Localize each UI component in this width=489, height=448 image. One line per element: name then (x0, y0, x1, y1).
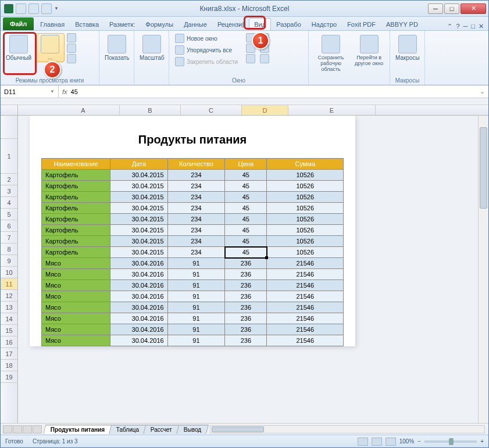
cell-name[interactable]: Картофель (42, 236, 110, 247)
cell-qty[interactable]: 91 (167, 269, 225, 280)
qat-undo-button[interactable] (28, 3, 39, 14)
row-header-16[interactable]: 16 (1, 336, 17, 348)
row-header-19[interactable]: 19 (1, 371, 17, 383)
zoom-slider-thumb[interactable] (449, 438, 454, 445)
arrange-all-button[interactable]: Упорядочить все (173, 45, 240, 55)
freeze-panes-button[interactable]: Закрепить области (173, 56, 240, 67)
qat-dropdown-icon[interactable]: ▼ (54, 6, 59, 11)
save-workspace-button[interactable]: Сохранить рабочую область (312, 33, 349, 74)
cell-qty[interactable]: 91 (167, 291, 225, 302)
cell-date[interactable]: 30.04.2016 (110, 280, 168, 291)
row-header-18[interactable]: 18 (1, 360, 17, 371)
tab-review[interactable]: Рецензи| (212, 18, 249, 30)
table-row[interactable]: Мясо30.04.20169123621546 (42, 302, 344, 313)
new-window-button[interactable]: Новое окно (173, 33, 240, 44)
row-header-9[interactable]: 9 (1, 255, 17, 267)
row-header-5[interactable]: 5 (1, 209, 17, 220)
cell-name[interactable]: Мясо (42, 313, 110, 324)
cell-price[interactable]: 45 (225, 236, 267, 247)
cell-sum[interactable]: 10526 (267, 203, 344, 214)
cell-price[interactable]: 236 (225, 291, 267, 302)
zoom-in-button[interactable]: + (480, 438, 484, 445)
row-header-11[interactable]: 11 (1, 278, 17, 290)
show-button[interactable]: Показать (103, 33, 131, 63)
zoom-button[interactable]: Масштаб (138, 33, 166, 63)
cell-qty[interactable]: 234 (167, 247, 225, 258)
name-box-dropdown-icon[interactable]: ▼ (50, 89, 55, 94)
cell-sum[interactable]: 21546 (267, 313, 344, 324)
cell-name[interactable]: Мясо (42, 269, 110, 280)
ribbon-minimize-icon[interactable]: ⌃ (447, 23, 452, 30)
minimize-button[interactable]: ─ (428, 3, 443, 14)
normal-view-button[interactable]: Обычный (4, 33, 33, 63)
cell-qty[interactable]: 234 (167, 225, 225, 236)
fullscreen-icon[interactable] (67, 54, 76, 63)
th-price[interactable]: Цена (225, 159, 267, 170)
cell-name[interactable]: Мясо (42, 291, 110, 302)
cell-qty[interactable]: 91 (167, 324, 225, 335)
cell-name[interactable]: Картофель (42, 225, 110, 236)
tab-nav-last[interactable] (33, 425, 42, 433)
cell-sum[interactable]: 21546 (267, 280, 344, 291)
row-header-13[interactable]: 13 (1, 302, 17, 313)
cell-sum[interactable]: 21546 (267, 302, 344, 313)
maximize-button[interactable]: □ (444, 3, 459, 14)
cell-qty[interactable]: 91 (167, 335, 225, 346)
row-header-1[interactable]: 1 (1, 139, 17, 174)
cell-price[interactable]: 236 (225, 269, 267, 280)
cell-name[interactable]: Картофель (42, 181, 110, 192)
table-row[interactable]: Картофель30.04.20152344510526 (42, 247, 344, 258)
view-pagelayout-button[interactable] (372, 438, 382, 446)
cell-qty[interactable]: 234 (167, 214, 225, 225)
row-header-12[interactable]: 12 (1, 290, 17, 302)
cell-name[interactable]: Картофель (42, 203, 110, 214)
row-header-4[interactable]: 4 (1, 197, 17, 209)
sheet-tab-1[interactable]: Продукты питания (43, 425, 112, 434)
th-date[interactable]: Дата (110, 159, 168, 170)
cell-price[interactable]: 236 (225, 280, 267, 291)
cell-sum[interactable]: 10526 (267, 247, 344, 258)
cell-sum[interactable]: 21546 (267, 324, 344, 335)
cell-date[interactable]: 30.04.2016 (110, 324, 168, 335)
row-header-15[interactable]: 15 (1, 325, 17, 336)
cell-date[interactable]: 30.04.2015 (110, 225, 168, 236)
tab-developer[interactable]: Разрабо (271, 18, 306, 30)
cell-name[interactable]: Картофель (42, 170, 110, 181)
cell-price[interactable]: 236 (225, 335, 267, 346)
cell-sum[interactable]: 21546 (267, 258, 344, 269)
cell-sum[interactable]: 21546 (267, 269, 344, 280)
cell-qty[interactable]: 234 (167, 203, 225, 214)
tab-formulas[interactable]: Формулы (140, 18, 179, 30)
cell-date[interactable]: 30.04.2015 (110, 203, 168, 214)
tab-pagelayout[interactable]: Разметк: (104, 18, 140, 30)
th-sum[interactable]: Сумма (267, 159, 344, 170)
cell-price[interactable]: 236 (225, 302, 267, 313)
row-header-3[interactable]: 3 (1, 185, 17, 197)
cell-qty[interactable]: 91 (167, 280, 225, 291)
table-row[interactable]: Мясо30.04.20169123621546 (42, 280, 344, 291)
tab-view[interactable]: Вид (249, 18, 271, 30)
row-header-10[interactable]: 10 (1, 267, 17, 278)
th-name[interactable]: Наименование (42, 159, 110, 170)
tab-nav-prev[interactable] (13, 425, 22, 433)
cell-sum[interactable]: 21546 (267, 291, 344, 302)
tab-home[interactable]: Главная (35, 18, 70, 30)
cell-price[interactable]: 236 (225, 324, 267, 335)
cell-sum[interactable]: 10526 (267, 170, 344, 181)
pagebreak-icon[interactable] (67, 33, 76, 42)
vertical-scrollbar-thumb[interactable] (480, 127, 487, 209)
cell-date[interactable]: 30.04.2015 (110, 214, 168, 225)
tab-addins[interactable]: Надстро (306, 18, 342, 30)
cell-price[interactable]: 45 (225, 225, 267, 236)
cell-price[interactable]: 45 (225, 181, 267, 192)
table-row[interactable]: Картофель30.04.20152344510526 (42, 236, 344, 247)
tab-nav-next[interactable] (23, 425, 32, 433)
table-row[interactable]: Мясо30.04.20169123621546 (42, 324, 344, 335)
formula-input[interactable] (71, 88, 473, 95)
name-box[interactable]: D11 ▼ (1, 85, 59, 98)
reset-position-icon[interactable] (260, 54, 269, 63)
vertical-scrollbar[interactable] (478, 116, 488, 423)
tab-insert[interactable]: Вставка (70, 18, 104, 30)
cell-date[interactable]: 30.04.2015 (110, 247, 168, 258)
view-normal-button[interactable] (358, 438, 368, 446)
